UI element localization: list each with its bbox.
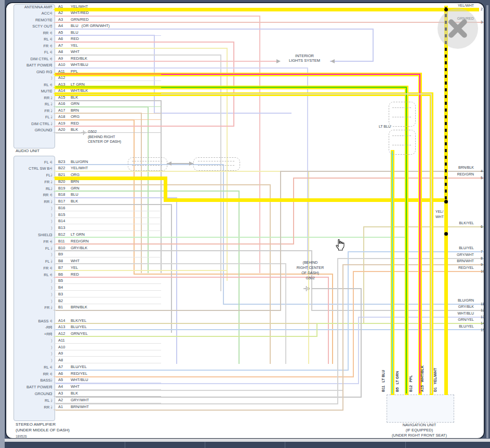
pin-id: B14 bbox=[58, 219, 65, 223]
wire-b6-red[interactable] bbox=[328, 277, 328, 363]
wire-a14-wht-blk-core bbox=[431, 93, 432, 393]
pin-id: A3 bbox=[58, 17, 63, 22]
wire-amp-a5-wht-blu[interactable] bbox=[358, 317, 359, 384]
pin-id: B11 bbox=[58, 239, 65, 243]
connector-pin-label: GROUND bbox=[15, 128, 52, 133]
wire-b20-brn[interactable] bbox=[270, 184, 270, 363]
pin-bracket: ) bbox=[51, 351, 52, 356]
scrollbar[interactable] bbox=[486, 5, 488, 438]
pin-row-b13: )B13 bbox=[54, 225, 161, 231]
edge-wire-number: 15 bbox=[481, 328, 485, 332]
wire-amp-a14-blk-yel[interactable] bbox=[363, 226, 364, 323]
wire-b11-red-grn[interactable] bbox=[293, 178, 294, 244]
wire-b1-brn-blk[interactable] bbox=[280, 171, 281, 310]
wire-b18-blu[interactable] bbox=[176, 197, 177, 363]
wire-amp-a6-red-yel[interactable] bbox=[353, 271, 353, 377]
pin-id: A2 bbox=[58, 10, 63, 15]
pin-bracket: ) bbox=[51, 292, 52, 296]
pin-id: B12 bbox=[58, 232, 65, 237]
wire-a8-wht[interactable] bbox=[220, 55, 221, 291]
connector-pin-dashes bbox=[198, 161, 234, 161]
connector-pin-label: BASS + bbox=[15, 319, 52, 324]
wire-a11-ppl-core bbox=[419, 74, 420, 393]
pin-id: B23 bbox=[58, 159, 65, 164]
pin-id: A6 bbox=[58, 371, 63, 376]
wire-b21-org[interactable] bbox=[164, 198, 448, 202]
pin-id: A13 bbox=[58, 324, 65, 329]
pin-id: A15 bbox=[58, 95, 65, 100]
pin-id: A12 bbox=[58, 331, 65, 336]
pin-wire-color: YEL/WHT bbox=[71, 166, 88, 170]
edge-wire-number: 10 bbox=[481, 269, 485, 273]
wire-yel-wht-trunk[interactable] bbox=[444, 200, 448, 395]
pin-wire-color: GRN bbox=[71, 186, 80, 191]
connector-pin-label: RL + bbox=[15, 365, 52, 370]
bottom-bar-divider bbox=[405, 442, 406, 448]
arrow-left-icon bbox=[330, 59, 335, 63]
edge-wire-label: RED/GRN bbox=[438, 172, 474, 176]
pin-id: A18 bbox=[58, 114, 65, 119]
nav-wire-label-b11: B11 LT BLU bbox=[381, 370, 386, 392]
pin-row-b21: )B21ORG bbox=[54, 172, 161, 178]
pin-wire-color: WHT bbox=[71, 384, 80, 389]
wire-b1-brn-blk[interactable] bbox=[280, 171, 483, 171]
connector-pin-label: FR - bbox=[15, 108, 52, 114]
wiring-diagram-stage: AUDIO UNIT STEREO AMPLIFIER (UNDER MIDDL… bbox=[0, 0, 490, 448]
pin-row-b23: )B23BLU/GRN bbox=[54, 159, 161, 165]
g502-mid-line1: (BEHIND bbox=[286, 260, 334, 265]
wire-amp-a3-blk[interactable] bbox=[311, 288, 361, 289]
edge-wire-number: 14 bbox=[481, 321, 485, 325]
pin-wire-color: WHT/BLU bbox=[71, 377, 88, 382]
wire-amp-a3-blk[interactable] bbox=[361, 288, 361, 397]
edge-wire-number: 6 bbox=[481, 225, 483, 228]
pin-wire-color: GRY/WHT bbox=[71, 398, 89, 402]
arrow-left-icon bbox=[167, 161, 171, 166]
document-number: 189526 bbox=[16, 435, 27, 438]
edge-wire-number: 9 bbox=[481, 263, 483, 266]
pin-id: B2 bbox=[58, 298, 63, 303]
pin-row-a13: )A13LT GRN bbox=[54, 82, 161, 88]
wire-amp-a7-blu-yel[interactable] bbox=[348, 251, 348, 370]
wire-b11-red-grn[interactable] bbox=[293, 178, 483, 178]
bottom-table-bar bbox=[5, 442, 490, 448]
wire-amp-a12-grn-yel[interactable] bbox=[316, 323, 317, 336]
inline-connector-icon bbox=[389, 102, 416, 127]
wire-amp-a2-gry-wht[interactable] bbox=[337, 258, 338, 404]
wire-a18-org[interactable] bbox=[332, 274, 333, 363]
connector-pin-label: FR - bbox=[15, 305, 52, 310]
wire-amp-a1-brn-wht[interactable] bbox=[342, 264, 483, 265]
wire-amp-a1-brn-wht[interactable] bbox=[342, 264, 343, 410]
wire-b23-blu-grn[interactable] bbox=[223, 164, 223, 304]
edge-wire-label: WHT/BLU bbox=[438, 311, 474, 315]
pin-wire-color: GRY/BLK bbox=[71, 246, 87, 250]
wire-a2-wht-red[interactable] bbox=[259, 16, 260, 273]
connector-pin-label: DIM CTRL - bbox=[15, 121, 52, 127]
wire-a4-blu[interactable] bbox=[373, 29, 373, 61]
pin-row-b22: )B22YEL/WHT bbox=[54, 165, 161, 171]
lt-blu-wire-label: LT BLU bbox=[369, 125, 391, 128]
wire-a5-blu[interactable] bbox=[154, 113, 291, 113]
connector-pin-label: RR + bbox=[15, 372, 52, 377]
pin-row-a10: )A10WHT/BLU bbox=[54, 62, 161, 68]
close-button[interactable] bbox=[438, 8, 478, 49]
pin-id: A3 bbox=[58, 391, 63, 396]
wire-amp-a12-grn-yel[interactable] bbox=[316, 323, 483, 323]
pin-row-b2: )B2 bbox=[54, 298, 161, 304]
wire-amp-a14-blk-yel[interactable] bbox=[363, 226, 483, 227]
wire-amp-a1-brn-wht[interactable] bbox=[56, 410, 343, 410]
wire-b17-blk[interactable] bbox=[171, 204, 171, 332]
pin-id: A20 bbox=[58, 127, 65, 132]
connector-pin-label: GROUND bbox=[15, 391, 52, 397]
pin-wire-color: WHT bbox=[71, 49, 80, 54]
wire-a6-red[interactable] bbox=[233, 42, 234, 126]
wire-amp-a7-blu-yel[interactable] bbox=[348, 251, 483, 252]
g502-mid-name: G502 bbox=[286, 276, 334, 281]
pin-id: B19 bbox=[58, 186, 65, 191]
pin-row-a14: )A14BLK/YEL bbox=[54, 318, 161, 324]
pin-id: A19 bbox=[58, 121, 65, 126]
g502-mid-line3: OF DASH) bbox=[286, 270, 334, 276]
pin-id: B21 bbox=[58, 172, 65, 177]
wire-a4-blu[interactable] bbox=[330, 61, 373, 61]
g502-loc-line2: CENTER OF DASH) bbox=[88, 139, 121, 144]
pin-row-a9: )A9RED/BLK bbox=[54, 56, 161, 62]
